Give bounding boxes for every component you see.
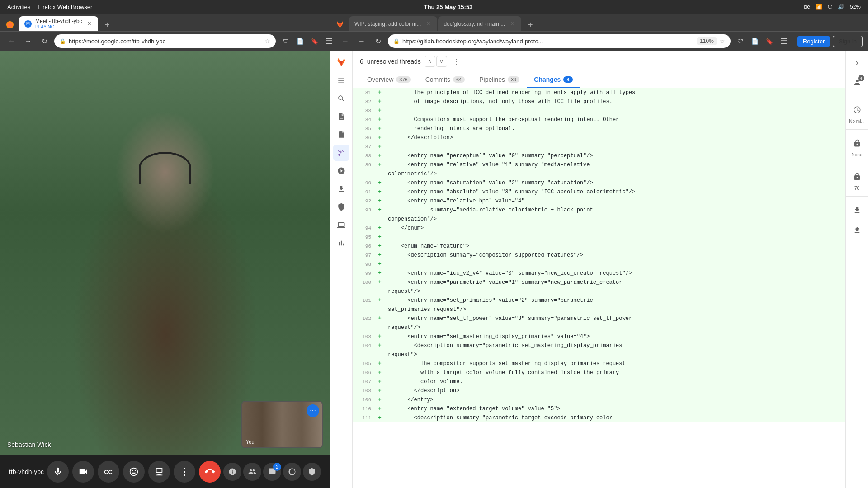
back-btn[interactable]: ←	[5, 35, 18, 47]
diff-line-sign: +	[375, 206, 384, 215]
diff-line-sign	[375, 305, 384, 314]
gitlab-shield-icon[interactable]: 🛡	[734, 35, 747, 47]
meet-camera-btn[interactable]	[72, 461, 94, 483]
diff-line: 95+	[353, 233, 845, 242]
mr-tabs-row: Overview 376 Commits 64 Pipelines 39 C	[360, 72, 838, 88]
gitlab-star-icon[interactable]: ☆	[719, 38, 725, 45]
unresolved-more-btn[interactable]: ⋮	[451, 56, 462, 67]
diff-line-sign	[375, 350, 384, 359]
right-upload-icon[interactable]	[849, 222, 865, 238]
diff-line-sign: +	[375, 233, 384, 242]
meet-info-btn[interactable]	[223, 463, 241, 481]
diff-line-sign	[375, 323, 384, 332]
gitlab-auth-buttons: Register Sign in	[797, 36, 863, 47]
meet-people-btn[interactable]	[243, 463, 261, 481]
diff-content[interactable]: 81+ The principles of ICC defined render…	[353, 88, 845, 488]
activities-label[interactable]: Activities	[7, 4, 30, 10]
right-download-icon[interactable]	[849, 202, 865, 218]
reload-btn[interactable]: ↻	[38, 35, 51, 47]
gitlab-bookmark-icon[interactable]: 🔖	[763, 35, 776, 47]
tab-pipelines-badge: 39	[508, 76, 519, 83]
right-person-icon: 4	[849, 74, 865, 90]
sidebar-doc-icon[interactable]	[333, 108, 349, 125]
diff-line-number	[353, 323, 375, 332]
tab-commits[interactable]: Commits 64	[418, 72, 472, 88]
tab-changes[interactable]: Changes 4	[527, 72, 580, 88]
meet-more-btn[interactable]: ⋮	[174, 461, 195, 483]
diff-line-sign: +	[375, 106, 384, 115]
os-topbar: Activities Firefox Web Browser Thu 25 Ma…	[0, 0, 868, 14]
sidebar-security-icon[interactable]	[333, 199, 349, 215]
meet-mic-btn[interactable]	[47, 461, 69, 483]
sidebar-analytics-icon[interactable]	[333, 235, 349, 251]
right-collapse-btn[interactable]: ›	[849, 54, 865, 70]
diff-line-sign: +	[375, 314, 384, 323]
diff-line-number: 111	[353, 413, 375, 422]
unresolved-count: 6	[360, 58, 363, 65]
meet-shield-icon[interactable]: 🛡	[279, 35, 292, 47]
gitlab-tab2-close[interactable]: ✕	[509, 20, 516, 28]
sign-in-btn[interactable]: Sign in	[833, 36, 863, 47]
meet-bookmark-icon[interactable]: 🔖	[308, 35, 321, 47]
gitlab-back-btn[interactable]: ←	[339, 35, 352, 47]
diff-line: 101+ <entry name="set_primaries" value="…	[353, 296, 845, 305]
gitlab-logo-icon[interactable]	[333, 54, 349, 70]
meet-menu-btn[interactable]: ☰	[323, 35, 335, 47]
meet-reader-icon[interactable]: 📄	[294, 35, 307, 47]
meet-captions-btn[interactable]: CC	[98, 461, 119, 483]
forward-btn[interactable]: →	[22, 35, 34, 47]
diff-line: 98+	[353, 260, 845, 269]
tab-pipelines[interactable]: Pipelines 39	[472, 72, 527, 88]
gitlab-reload-btn[interactable]: ↻	[372, 35, 384, 47]
meet-activities-btn[interactable]	[283, 463, 301, 481]
gitlab-forward-btn[interactable]: →	[355, 35, 368, 47]
thread-next-btn[interactable]: ∨	[436, 56, 447, 67]
meet-tab-playing: PLAYING	[35, 24, 82, 29]
thread-prev-btn[interactable]: ∧	[425, 56, 435, 67]
meet-end-call-btn[interactable]	[199, 461, 221, 483]
meet-present-btn[interactable]	[148, 461, 170, 483]
meet-chat-btn[interactable]: 2	[263, 463, 281, 481]
diff-line-code: <description summary="parametric set_mas…	[384, 341, 845, 350]
thumbnail-menu-btn[interactable]: ⋯	[307, 404, 319, 417]
diff-line-code: <entry name="relative" value="1" summary…	[384, 160, 845, 169]
diff-line-number	[353, 169, 375, 178]
diff-line-number: 86	[353, 133, 375, 142]
gitlab-tab2[interactable]: doc/glossary.md · main ... ✕	[438, 16, 521, 31]
sidebar-ci-icon[interactable]	[333, 163, 349, 179]
gitlab-menu-btn[interactable]: ☰	[778, 35, 790, 47]
diff-line-number: 98	[353, 260, 375, 269]
gitlab-new-tab-btn[interactable]: +	[524, 19, 537, 31]
diff-line-number: 89	[353, 160, 375, 169]
gitlab-address-bar[interactable]: 🔒 https://gitlab.freedesktop.org/wayland…	[388, 34, 731, 48]
meet-tab-close[interactable]: ✕	[85, 20, 93, 28]
register-btn[interactable]: Register	[797, 36, 830, 47]
diff-line-number: 97	[353, 251, 375, 260]
gitlab-tab1-close[interactable]: ✕	[425, 20, 432, 28]
gitlab-tab1[interactable]: WIP: staging: add color m... ✕	[349, 16, 437, 31]
sidebar-hamburger-icon[interactable]	[333, 72, 349, 89]
chat-badge: 2	[273, 463, 281, 471]
meet-tab[interactable]: M Meet - ttb-vhdh-ybc PLAYING ✕	[19, 16, 98, 31]
diff-line-code: <description summary="compositor support…	[384, 251, 845, 260]
sidebar-deploy-icon[interactable]	[333, 181, 349, 197]
sidebar-ticket-icon[interactable]	[333, 127, 349, 143]
diff-line-number: 102	[353, 314, 375, 323]
sidebar-mr-icon[interactable]	[333, 145, 349, 161]
right-none-label: None	[852, 152, 863, 157]
diff-line-code	[384, 233, 845, 242]
meet-address-bar[interactable]: 🔒 https://meet.google.com/ttb-vhdh-ybc ☆	[54, 34, 276, 48]
meet-new-tab-btn[interactable]: +	[101, 19, 113, 31]
meet-safety-btn[interactable]	[303, 463, 321, 481]
meet-emoji-btn[interactable]	[123, 461, 145, 483]
diff-line-code: </entry>	[384, 395, 845, 404]
tab-overview[interactable]: Overview 376	[360, 72, 418, 88]
diff-line-code: </description>	[384, 386, 845, 395]
sidebar-monitor-icon[interactable]	[333, 217, 349, 233]
meet-star-icon[interactable]: ☆	[264, 38, 270, 45]
diff-line-number: 95	[353, 233, 375, 242]
meet-url: https://meet.google.com/ttb-vhdh-ybc	[69, 38, 262, 45]
gitlab-reader-icon[interactable]: 📄	[749, 35, 761, 47]
sidebar-search-icon[interactable]	[333, 90, 349, 107]
meet-favicon: M	[24, 20, 32, 28]
